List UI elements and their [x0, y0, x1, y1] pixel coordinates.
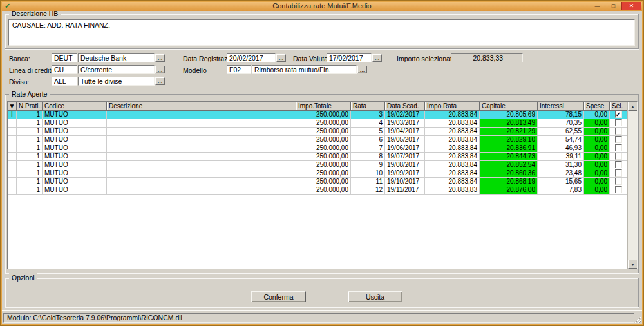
linea-credito-label: Linea di credito:	[9, 66, 57, 74]
uscita-button[interactable]: Uscita	[348, 291, 402, 302]
table-row[interactable]: 1MUTUO250.000,001219/11/201720.883,8320.…	[8, 186, 637, 195]
row-select-checkbox[interactable]	[615, 161, 622, 168]
column-header-impo_rata[interactable]: Impo.Rata	[425, 102, 480, 111]
app-window: ✓ Contabilizza rate Mutui/F.Medio — □ ✕ …	[0, 0, 644, 326]
maximize-button[interactable]: □	[605, 1, 621, 10]
row-select-checkbox[interactable]	[615, 153, 622, 160]
banca-code-field[interactable]	[52, 53, 77, 62]
cell-interessi: 7,83	[538, 186, 584, 195]
linea-credito-name-field[interactable]	[78, 65, 155, 74]
scroll-down-button[interactable]: ▼	[628, 260, 638, 269]
column-header-sel[interactable]: Sel.	[610, 102, 627, 111]
column-header-spese[interactable]: Spese	[584, 102, 610, 111]
rate-table: ▼N.Prati...↑CodiceDescrizioneImpo.Totale…	[7, 101, 638, 269]
cell-sel	[610, 128, 627, 136]
modello-browse-button[interactable]: ...	[357, 66, 367, 73]
current-row-marker	[8, 119, 17, 128]
linea-credito-code-field[interactable]	[52, 65, 77, 74]
column-header-capitale[interactable]: Capitale	[480, 102, 538, 111]
cell-codice: MUTUO	[43, 153, 107, 161]
table-row[interactable]: I1MUTUO250.000,00319/02/201720.883,8420.…	[8, 111, 637, 119]
row-select-checkbox[interactable]	[615, 186, 622, 193]
column-header-n[interactable]: N.Prati...↑	[17, 102, 43, 111]
vertical-scrollbar[interactable]: ▲ ▼	[627, 102, 637, 269]
cell-impo_totale: 250.000,00	[296, 153, 351, 161]
cell-data_scad: 19/11/2017	[385, 186, 425, 195]
column-header-data_scad[interactable]: Data Scad.	[385, 102, 425, 111]
cell-interessi: 46,93	[538, 144, 584, 153]
cell-interessi: 39,11	[538, 153, 584, 161]
row-select-checkbox[interactable]	[615, 178, 622, 185]
cell-n: 1	[17, 119, 43, 128]
cell-rata: 7	[351, 144, 385, 153]
column-header-codice[interactable]: Codice	[43, 102, 107, 111]
banca-name-field[interactable]	[78, 53, 155, 62]
divisa-code-field[interactable]	[52, 77, 77, 86]
current-row-marker	[8, 128, 17, 136]
cell-impo_rata: 20.883,84	[425, 161, 480, 169]
cell-data_scad: 19/06/2017	[385, 144, 425, 153]
cell-spese: 0,00	[584, 128, 610, 136]
cell-spese: 0,00	[584, 144, 610, 153]
modello-code-field[interactable]	[227, 65, 251, 74]
column-header-descrizione[interactable]: Descrizione	[107, 102, 296, 111]
cell-capitale: 20.844,73	[480, 153, 538, 161]
table-row[interactable]: 1MUTUO250.000,00819/07/201720.883,8420.8…	[8, 153, 637, 161]
table-row[interactable]: 1MUTUO250.000,001119/10/201720.883,8420.…	[8, 178, 637, 186]
modello-name-field[interactable]	[252, 65, 357, 74]
descrizione-hb-textarea[interactable]: CAUSALE: ADD. RATA FINANZ.	[8, 19, 635, 46]
cell-rata: 9	[351, 161, 385, 169]
cell-impo_totale: 250.000,00	[296, 136, 351, 144]
column-header-label: Codice	[44, 102, 64, 110]
status-bar: Modulo: C:\GoldTesoreria 7.9.06\Programm…	[2, 310, 642, 324]
header-filter-icon[interactable]: ▼	[8, 102, 17, 111]
column-header-label: Interessi	[540, 102, 564, 110]
row-select-checkbox[interactable]	[615, 169, 622, 177]
data-registrazione-field[interactable]	[227, 53, 276, 62]
cell-rata: 5	[351, 128, 385, 136]
row-select-checkbox[interactable]: ✓	[615, 111, 622, 118]
table-row[interactable]: 1MUTUO250.000,00419/03/201720.883,8420.8…	[8, 119, 637, 128]
row-select-checkbox[interactable]	[615, 144, 622, 151]
banca-browse-button[interactable]: ...	[155, 54, 165, 62]
cell-n: 1	[17, 144, 43, 153]
scroll-up-button[interactable]: ▲	[628, 102, 638, 111]
table-row[interactable]: 1MUTUO250.000,00919/08/201720.883,8420.8…	[8, 161, 637, 169]
cell-n: 1	[17, 136, 43, 144]
table-row[interactable]: 1MUTUO250.000,00519/04/201720.883,8420.8…	[8, 128, 637, 136]
linea-credito-browse-button[interactable]: ...	[155, 66, 165, 73]
row-select-checkbox[interactable]	[615, 128, 622, 135]
current-row-marker: I	[8, 111, 17, 119]
column-header-interessi[interactable]: Interessi	[538, 102, 584, 111]
data-registrazione-browse-button[interactable]: ...	[276, 54, 286, 62]
minimize-button[interactable]: —	[589, 1, 605, 10]
column-header-rata[interactable]: Rata	[351, 102, 385, 111]
cell-n: 1	[17, 169, 43, 178]
opzioni-group: Opzioni	[5, 278, 639, 307]
cell-descrizione	[107, 111, 296, 119]
close-button[interactable]: ✕	[621, 1, 641, 10]
divisa-name-field[interactable]	[78, 77, 155, 86]
row-select-checkbox[interactable]	[615, 136, 622, 143]
cell-codice: MUTUO	[43, 161, 107, 169]
column-header-impo_totale[interactable]: Impo.Totale	[296, 102, 351, 111]
row-select-checkbox[interactable]	[615, 119, 622, 126]
table-row[interactable]: 1MUTUO250.000,00619/05/201720.883,8420.8…	[8, 136, 637, 144]
table-row[interactable]: 1MUTUO250.000,001019/09/201720.883,8420.…	[8, 169, 637, 178]
current-row-marker	[8, 153, 17, 161]
table-row[interactable]: 1MUTUO250.000,00719/06/201720.883,8420.8…	[8, 144, 637, 153]
data-valuta-field[interactable]	[327, 53, 372, 62]
conferma-button[interactable]: Conferma	[251, 291, 306, 302]
divisa-label: Divisa:	[9, 78, 30, 86]
cell-data_scad: 19/07/2017	[385, 153, 425, 161]
divisa-browse-button[interactable]: ...	[155, 77, 165, 85]
cell-impo_rata: 20.883,84	[425, 169, 480, 178]
cell-capitale: 20.805,69	[480, 111, 538, 119]
cell-impo_rata: 20.883,84	[425, 153, 480, 161]
column-header-label: Spese	[586, 102, 604, 110]
cell-codice: MUTUO	[43, 119, 107, 128]
rate-aperte-group-label: Rate Aperte	[9, 90, 50, 99]
data-valuta-browse-button[interactable]: ...	[372, 54, 382, 62]
cell-impo_rata: 20.883,84	[425, 128, 480, 136]
current-row-marker	[8, 144, 17, 153]
